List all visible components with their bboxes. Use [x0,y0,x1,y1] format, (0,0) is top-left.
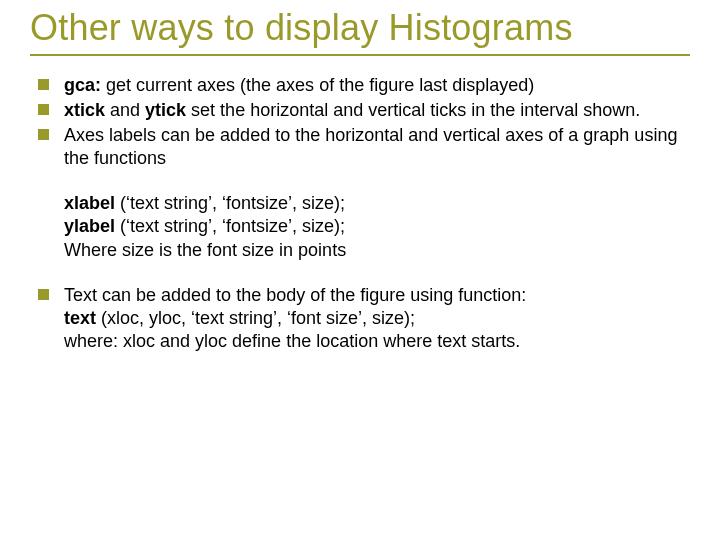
slide-body: gca: get current axes (the axes of the f… [30,74,690,352]
text: (xloc, yloc, ‘text string’, ‘font size’,… [96,308,415,328]
bullet-list-1: gca: get current axes (the axes of the f… [34,74,690,170]
bullet-item: xtick and ytick set the horizontal and v… [34,99,690,122]
bullet-list-2: Text can be added to the body of the fig… [34,284,690,353]
text: Text can be added to the body of the fig… [64,284,690,307]
text: Axes labels can be added to the horizont… [64,125,677,168]
bullet-item: gca: get current axes (the axes of the f… [34,74,690,97]
code-line: ylabel (‘text string’, ‘fontsize’, size)… [64,215,690,238]
code-line: text (xloc, yloc, ‘text string’, ‘font s… [64,307,690,330]
bold-text: ylabel [64,216,115,236]
code-line: xlabel (‘text string’, ‘fontsize’, size)… [64,192,690,215]
bullet-item: Axes labels can be added to the horizont… [34,124,690,170]
text: and [105,100,145,120]
bold-text: xtick [64,100,105,120]
slide-title: Other ways to display Histograms [30,8,690,48]
code-block-1: xlabel (‘text string’, ‘fontsize’, size)… [34,192,690,261]
text: (‘text string’, ‘fontsize’, size); [115,216,345,236]
bold-text: text [64,308,96,328]
text: Where size is the font size in points [64,240,346,260]
text: where: xloc and yloc define the location… [64,330,690,353]
text: (‘text string’, ‘fontsize’, size); [115,193,345,213]
bold-text: xlabel [64,193,115,213]
text: get current axes (the axes of the figure… [101,75,534,95]
title-underline [30,54,690,56]
slide: Other ways to display Histograms gca: ge… [0,0,720,540]
text: set the horizontal and vertical ticks in… [186,100,640,120]
code-line: Where size is the font size in points [64,239,690,262]
bold-text: gca: [64,75,101,95]
bullet-item: Text can be added to the body of the fig… [34,284,690,353]
bold-text: ytick [145,100,186,120]
